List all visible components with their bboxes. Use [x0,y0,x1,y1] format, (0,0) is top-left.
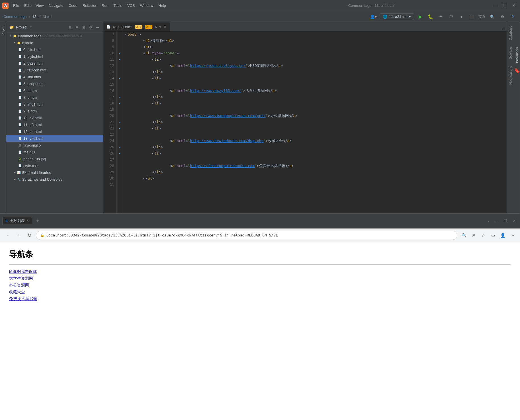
sidebar-item-13-selected[interactable]: 📄 13. ui-li.html [6,135,103,142]
html-file-icon-7: 📄 [18,95,22,100]
sidebar-item-ico[interactable]: 🖼 favicon.ico [6,142,103,149]
preview-link[interactable]: 收藏大全 [9,290,25,294]
bottom-close[interactable]: ✕ [510,217,518,225]
html-file-icon-3: 📄 [18,68,22,72]
profile-icon[interactable]: ⏱ [447,13,455,21]
preview-link[interactable]: 办公资源网 [9,283,29,287]
project-vtab[interactable]: Project [1,23,6,38]
sidebar-dropdown-icon[interactable]: ▾ [30,25,32,29]
preview-link[interactable]: 大学生资源网 [9,276,33,281]
sidebar-item-ext-libs[interactable]: ▶ 📊 External Libraries [6,169,103,176]
hide-icon[interactable]: — [94,24,101,30]
editor-tab-current[interactable]: 📄 13. ui-li.html ⚠ 1 ⚠ 2 ∧ ∨ ✕ [103,22,170,31]
zoom-icon[interactable]: 🔍 [460,231,468,240]
sidebar-item-10[interactable]: 📄 10. a2.html [6,114,103,121]
code-editor[interactable]: 7891011121314151617181920212223242526272… [103,31,507,213]
search-icon[interactable]: 🔍 [488,13,496,21]
menu-edit[interactable]: Edit [22,2,33,9]
tab-close-button[interactable]: ✕ [164,25,166,29]
maximize-button[interactable]: ☐ [501,2,509,10]
menu-vcs[interactable]: VCS [125,2,137,9]
bottom-maximize[interactable]: ☐ [502,217,509,225]
profile-browser-icon[interactable]: 👤 [498,231,507,240]
settings-browser-icon[interactable]: ⋯ [508,231,517,240]
sidebar-item-9[interactable]: 📄 9. a.html [6,108,103,114]
bottom-minimize[interactable]: — [493,217,501,225]
bottom-tab-unordered-list[interactable]: ⊞ 无序列表 ✕ [2,217,32,225]
debug-button[interactable]: 🐛 [427,13,435,21]
share-icon[interactable]: ↗ [469,231,478,240]
menu-help[interactable]: Help [156,2,168,9]
bottom-tab-close-button[interactable]: ✕ [26,219,29,223]
sidebar-item-css[interactable]: 📄 style.css [6,162,103,169]
title-bar: 🐼 File Edit View Navigate Code Refactor … [0,0,520,11]
breadcrumb-project[interactable]: Common tags [3,15,26,19]
gutter-item-18: ▾ [117,100,123,106]
url-bar[interactable]: 🔒 localhost:63342/Common%20tags/13.%20ui… [36,231,457,240]
file-tree: ▾ 📁 Common tags C:\Users\13600\front end… [6,32,103,213]
list-item: MSDN我告诉你 [9,269,511,274]
settings-icon[interactable]: ⚙ [498,13,506,21]
expand-icon[interactable]: ⊟ [81,24,87,30]
gutter-item-25: ▾ [117,144,123,150]
star-icon[interactable]: ☆ [479,231,488,240]
sidebar-item-img[interactable]: 🖼 panda_up.jpg [6,155,103,162]
scope-icon[interactable]: ⊕ [67,24,73,30]
gear-icon[interactable]: ⚙ [87,24,94,30]
tab-more-button[interactable]: ⋯ [501,27,507,31]
forward-button[interactable]: › [14,231,23,240]
sidebar-item-6[interactable]: 📄 6. h.html [6,87,103,94]
sidebar-item-4[interactable]: 📄 4. link.html [6,73,103,80]
menu-window[interactable]: Window [138,2,155,9]
notifications-tab[interactable]: Notifications [507,63,514,88]
gutter-item-30 [117,175,123,182]
menu-tools[interactable]: Tools [111,2,124,9]
reader-icon[interactable]: ▭ [489,231,497,240]
minimize-button[interactable]: — [492,2,499,10]
preview-link[interactable]: 免费技术类书籍 [9,297,37,301]
sidebar-item-11[interactable]: 📄 11. a3.html [6,121,103,128]
sidebar-item-12[interactable]: 📄 12. a4.html [6,128,103,135]
tab-unfold-icon[interactable]: ∨ [159,25,161,29]
sidebar-item-8[interactable]: 📄 8. img1.html [6,101,103,108]
stop-icon[interactable]: ⬛ [468,13,476,21]
translate-icon[interactable]: 文A [478,13,486,21]
bookmarks-vtab[interactable]: Bookmarks [514,45,519,65]
code-line-10: <ul type="none"> [125,50,507,56]
refresh-button[interactable]: ↻ [25,231,34,240]
menu-run[interactable]: Run [99,2,111,9]
sidebar-item-0[interactable]: 📄 0. title.html [6,46,103,53]
menu-navigate[interactable]: Navigate [46,2,65,9]
menu-code[interactable]: Code [66,2,80,9]
run-button[interactable]: ▶ [416,13,424,21]
collapse-icon[interactable]: ≡ [74,24,80,30]
sidebar-item-7[interactable]: 📄 7. p.html [6,94,103,101]
sciview-tab[interactable]: SciView [507,44,514,62]
run-config-selector[interactable]: 🌐 11. a3.html ▾ [380,13,414,20]
sidebar-item-js[interactable]: 📄 main.js [6,149,103,155]
code-content[interactable]: <body > <h1>导航条</h1> <hr> <ul type="none… [123,31,507,213]
tree-root[interactable]: ▾ 📁 Common tags C:\Users\13600\front end… [6,32,103,39]
avatar-icon[interactable]: 👤▾ [369,13,377,21]
preview-link[interactable]: MSDN我告诉你 [9,269,37,274]
tab-fold-icon[interactable]: ∧ [155,25,157,29]
bottom-chevron-down[interactable]: ⌄ [485,217,492,225]
close-button[interactable]: ✕ [510,2,518,10]
preview-hr [9,264,511,265]
sidebar-item-middle[interactable]: ▾ 📁 middle [6,39,103,46]
back-button[interactable]: ‹ [3,231,12,240]
menu-refactor[interactable]: Refactor [80,2,99,9]
sidebar-item-3[interactable]: 📄 3. favicon.html [6,67,103,73]
bookmark-icon[interactable]: 🔖 [514,67,520,74]
sidebar-item-2[interactable]: 📄 2. base.html [6,60,103,67]
sidebar-item-1[interactable]: 📄 1. style.html [6,53,103,60]
help-icon[interactable]: ? [509,13,517,21]
sidebar-item-5[interactable]: 📄 5. script.html [6,80,103,87]
menu-file[interactable]: File [11,2,21,9]
sidebar-item-scratches[interactable]: ▶ 🔧 Scratches and Consoles [6,176,103,183]
bottom-add-tab-button[interactable]: + [34,217,41,225]
database-tab[interactable]: Database [507,22,514,44]
dropdown-icon[interactable]: ▾ [457,13,465,21]
menu-view[interactable]: View [33,2,46,9]
coverage-icon[interactable]: ☂ [437,13,445,21]
